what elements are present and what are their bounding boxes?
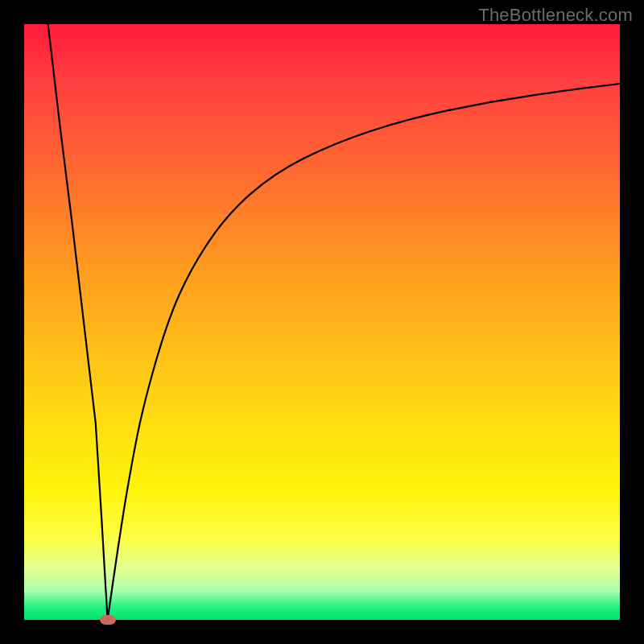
bottleneck-curve [24, 24, 620, 620]
chart-container: TheBottleneck.com [0, 0, 644, 644]
watermark-text: TheBottleneck.com [478, 5, 633, 26]
minimum-marker [100, 615, 116, 625]
plot-area [24, 24, 620, 620]
curve-left-branch [48, 24, 108, 620]
curve-right-branch [108, 84, 620, 620]
